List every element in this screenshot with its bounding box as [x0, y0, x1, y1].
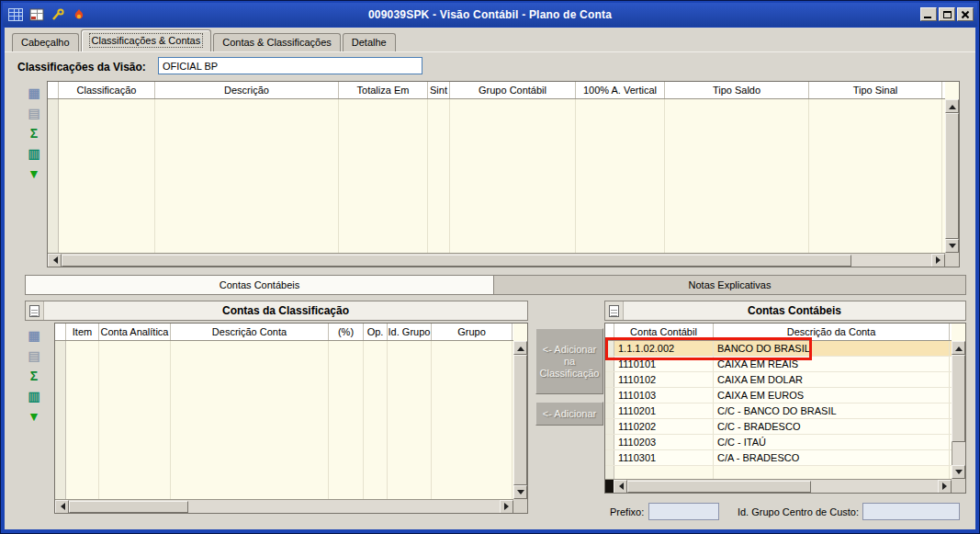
account-row[interactable]: 1110301C/A - BRADESCO — [605, 450, 952, 466]
left-grid-body[interactable] — [55, 341, 513, 499]
scroll-thumb[interactable] — [945, 113, 959, 239]
column-header[interactable]: Item — [66, 324, 99, 341]
tab-1[interactable]: Cabeçalho — [12, 33, 79, 51]
sum-icon[interactable]: Σ — [26, 125, 42, 142]
scrollbar-corner — [945, 253, 959, 267]
scroll-thumb[interactable] — [69, 501, 188, 513]
panel-tab-1[interactable]: Contas Contábeis — [25, 275, 494, 295]
group-cost-center-input[interactable] — [862, 503, 960, 520]
scroll-right-button[interactable] — [938, 480, 952, 494]
tab-4[interactable]: Detalhe — [343, 33, 396, 51]
add-record-icon[interactable]: ▦ — [26, 327, 42, 344]
gutter-header[interactable] — [55, 324, 66, 341]
horizontal-scrollbar[interactable] — [55, 499, 513, 513]
account-row[interactable]: 1110102CAIXA EM DOLAR — [605, 372, 952, 388]
vision-input[interactable] — [158, 57, 422, 74]
column-header[interactable]: Op. — [364, 324, 388, 341]
minimize-button[interactable] — [920, 7, 937, 21]
scroll-right-button[interactable] — [931, 254, 945, 267]
scroll-up-button[interactable] — [945, 99, 959, 113]
subtotal-icon[interactable]: ▥ — [26, 145, 42, 162]
classification-grid-header: ClassificaçãoDescriçãoTotaliza EmSintGru… — [48, 82, 945, 99]
tab-2[interactable]: Classificações & Contas — [81, 29, 212, 51]
scroll-down-button[interactable] — [513, 485, 527, 499]
horizontal-scrollbar[interactable] — [48, 253, 945, 267]
scroll-up-button[interactable] — [952, 341, 965, 355]
column-header[interactable]: Tipo Sinal — [809, 82, 942, 99]
account-code: 1110101 — [614, 357, 714, 371]
account-row[interactable]: 1110202C/C - BRADESCO — [605, 419, 952, 435]
document-icon[interactable] — [26, 301, 44, 320]
classification-grid-body[interactable] — [48, 99, 945, 253]
add-button[interactable]: <- Adicionar — [535, 402, 603, 426]
prefix-label: Prefixo: — [610, 506, 644, 517]
gutter-header[interactable] — [605, 324, 614, 341]
column-header[interactable]: Descrição — [155, 82, 339, 99]
window-controls — [920, 7, 974, 21]
prefix-input[interactable] — [648, 503, 719, 520]
column-header[interactable]: Grupo — [432, 324, 513, 341]
add-to-classification-button[interactable]: <- Adicionar na Classificação — [535, 328, 603, 394]
column-header[interactable]: Sint — [428, 82, 450, 99]
tab-label: Detalhe — [352, 37, 387, 48]
titlebar[interactable]: 009039SPK - Visão Contábil - Plano de Co… — [3, 3, 977, 27]
scroll-thumb[interactable] — [627, 481, 811, 493]
gutter-header[interactable] — [48, 82, 59, 99]
account-row[interactable]: 1110103CAIXA EM EUROS — [605, 388, 952, 403]
scroll-down-button[interactable] — [952, 465, 965, 479]
account-row[interactable]: 1110203C/C - ITAÚ — [605, 435, 952, 450]
add-record-icon[interactable]: ▦ — [26, 85, 42, 101]
account-code: 1110301 — [614, 450, 714, 465]
scroll-right-button[interactable] — [500, 500, 513, 514]
column-header[interactable]: Grupo Contábil — [450, 82, 576, 99]
maximize-button[interactable] — [939, 7, 955, 21]
scroll-down-button[interactable] — [945, 239, 959, 253]
edit-record-icon[interactable]: ▤ — [26, 105, 42, 121]
column-header[interactable]: Descrição Conta — [171, 324, 329, 341]
account-desc: C/C - BANCO DO BRASIL — [714, 403, 950, 418]
grid-corner-marker — [605, 480, 614, 494]
column-header[interactable]: 100% A. Vertical — [576, 82, 665, 99]
account-code: 1110102 — [614, 372, 714, 387]
scroll-thumb[interactable] — [62, 255, 851, 267]
scroll-left-button[interactable] — [614, 480, 627, 494]
grid-column — [665, 99, 809, 253]
row-indicator — [605, 341, 614, 356]
document-icon[interactable] — [605, 301, 624, 320]
column-header[interactable]: Conta Contábil — [614, 324, 714, 341]
close-button[interactable] — [957, 7, 974, 21]
account-code: 1.1.1.02.002 — [614, 341, 714, 356]
row-indicator — [605, 357, 614, 371]
vertical-scrollbar[interactable] — [945, 99, 959, 253]
column-header[interactable]: Descrição da Conta — [714, 324, 950, 341]
vertical-scrollbar[interactable] — [952, 341, 965, 479]
column-header[interactable]: (%) — [329, 324, 364, 341]
panel-tab-2[interactable]: Notas Explicativas — [494, 275, 966, 295]
horizontal-scrollbar[interactable] — [605, 479, 952, 493]
column-header[interactable]: Conta Analítica — [99, 324, 171, 341]
account-row[interactable]: 1.1.1.02.002BANCO DO BRASIL — [605, 341, 952, 357]
account-row[interactable]: 1110201C/C - BANCO DO BRASIL — [605, 403, 952, 419]
subtotal-icon[interactable]: ▥ — [26, 388, 42, 404]
account-desc: C/A - BRADESCO — [714, 450, 950, 465]
expand-down-icon[interactable]: ▼ — [26, 165, 42, 182]
edit-record-icon[interactable]: ▤ — [26, 347, 42, 364]
sum-icon[interactable]: Σ — [26, 368, 42, 384]
expand-down-icon[interactable]: ▼ — [26, 408, 42, 425]
tab-label: Contas & Classificações — [222, 37, 332, 48]
scroll-left-button[interactable] — [48, 254, 62, 267]
scroll-up-button[interactable] — [513, 341, 527, 355]
scroll-thumb[interactable] — [952, 355, 965, 442]
window-title: 009039SPK - Visão Contábil - Plano de Co… — [3, 3, 977, 27]
column-header[interactable]: Tipo Saldo — [665, 82, 809, 99]
scroll-left-button[interactable] — [55, 500, 69, 514]
column-header[interactable]: Id. Grupo — [388, 324, 432, 341]
tab-3[interactable]: Contas & Classificações — [213, 33, 341, 51]
column-header[interactable]: Classificação — [59, 82, 155, 99]
column-header[interactable]: Totaliza Em — [339, 82, 428, 99]
vertical-scrollbar[interactable] — [513, 341, 527, 499]
accounts-grid-body[interactable]: 1.1.1.02.002BANCO DO BRASIL1110101CAIXA … — [605, 341, 952, 479]
account-row[interactable]: 1110101CAIXA EM REAIS — [605, 357, 952, 372]
scroll-thumb[interactable] — [513, 355, 527, 485]
row-indicator — [605, 435, 614, 449]
